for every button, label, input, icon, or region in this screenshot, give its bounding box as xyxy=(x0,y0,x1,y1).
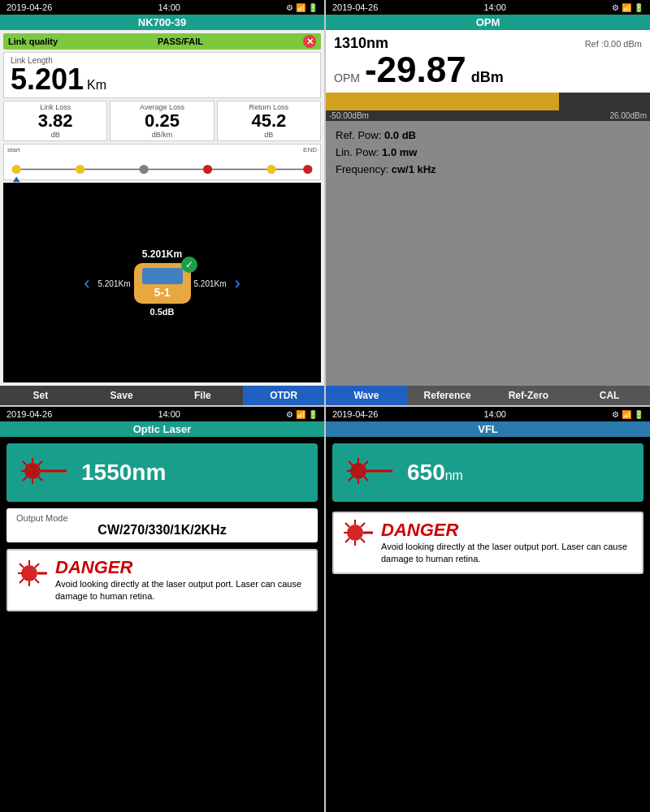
return-loss-unit: dB xyxy=(221,131,317,139)
tab-wave[interactable]: Wave xyxy=(326,386,407,405)
usb-icon: ⚙ xyxy=(286,3,293,12)
fiber-loss: 0.5dB xyxy=(150,307,175,317)
usb-icon-laser: ⚙ xyxy=(286,410,293,419)
svg-line-32 xyxy=(349,477,353,481)
signal-icon-laser: 📶 xyxy=(296,410,306,419)
opm-details: Ref. Pow: 0.0 dB Lin. Pow: 1.0 mw Freque… xyxy=(326,121,650,386)
svg-point-3 xyxy=(139,165,148,174)
fiber-diagram: 5.201Km ‹ 5.201Km ✓ 5-1 5.201Km › 0.5dB xyxy=(3,183,321,382)
screen-otdr: 2019-04-26 14:00 ⚙ 📶 🔋 NK700-39 Link qua… xyxy=(0,0,324,405)
danger-text-vfl: DANGER Avoid looking directly at the las… xyxy=(381,520,634,566)
usb-icon-opm: ⚙ xyxy=(612,3,619,12)
tab-reference[interactable]: Reference xyxy=(407,386,488,405)
svg-line-14 xyxy=(23,477,27,481)
svg-line-31 xyxy=(364,461,368,465)
link-loss-box: Link Loss 3.82 dB xyxy=(3,101,107,141)
link-quality-bar: Link quality PASS/FAIL ✕ xyxy=(3,33,321,50)
laser-output-label: Output Mode xyxy=(16,513,308,523)
svg-line-15 xyxy=(38,477,42,481)
trace-end-label: END xyxy=(303,146,317,153)
danger-icon-vfl xyxy=(342,520,375,564)
trace-labels: start END xyxy=(7,146,317,153)
opm-freq-value: cw/1 kHz xyxy=(392,163,436,175)
svg-line-40 xyxy=(361,523,365,527)
opm-bar-labels: -50.00dBm 26.00dBm xyxy=(326,110,650,121)
tab-ref-zero[interactable]: Ref-Zero xyxy=(488,386,570,405)
status-bar-laser: 2019-04-26 14:00 ⚙ 📶 🔋 xyxy=(0,407,324,421)
opm-ref-pow-label: Ref. Pow: xyxy=(336,129,381,141)
avg-loss-box: Average Loss 0.25 dB/km xyxy=(110,101,214,141)
vfl-content: 650nm DANGER Avoid looking di xyxy=(326,437,650,812)
svg-line-33 xyxy=(364,477,368,481)
trace-start-label: start xyxy=(7,146,20,153)
danger-icon-laser xyxy=(16,557,49,593)
opm-bar-max: 26.00dBm xyxy=(609,111,647,120)
battery-icon-vfl: 🔋 xyxy=(634,410,644,419)
status-date-otdr: 2019-04-26 xyxy=(6,2,52,12)
svg-point-4 xyxy=(203,165,212,174)
laser-wavelength-value: 1550nm xyxy=(81,460,166,486)
otdr-bottom-tabs: Set Save File OTDR xyxy=(0,386,324,405)
laser-icon-svg xyxy=(20,455,68,487)
link-loss-unit: dB xyxy=(7,131,103,139)
tab-cal[interactable]: CAL xyxy=(569,386,650,405)
svg-line-42 xyxy=(361,538,365,542)
svg-line-41 xyxy=(345,538,349,542)
screen-laser: 2019-04-26 14:00 ⚙ 📶 🔋 Optic Laser xyxy=(0,407,324,812)
svg-line-12 xyxy=(23,461,27,465)
fiber-connector: ✓ 5-1 xyxy=(134,263,191,304)
danger-detail-vfl: Avoid looking directly at the laser outp… xyxy=(381,541,634,566)
link-quality-value: PASS/FAIL xyxy=(158,37,203,46)
link-quality-label: Link quality xyxy=(8,37,58,46)
status-time-otdr: 14:00 xyxy=(158,2,180,12)
danger-box-vfl: DANGER Avoid looking directly at the las… xyxy=(332,512,644,574)
opm-bar-container xyxy=(326,93,650,110)
opm-ref-pow-row: Ref. Pow: 0.0 dB xyxy=(336,127,640,145)
danger-icon-svg xyxy=(16,557,49,590)
svg-line-22 xyxy=(35,564,39,568)
title-bar-vfl: VFL xyxy=(326,421,650,437)
status-time-vfl: 14:00 xyxy=(483,409,506,419)
tab-file[interactable]: File xyxy=(162,386,244,405)
fiber-right-label: 5.201Km xyxy=(194,279,227,288)
opm-reading-row: OPM -29.87 dBm xyxy=(334,52,642,88)
status-date-laser: 2019-04-26 xyxy=(6,409,52,419)
svg-line-39 xyxy=(345,523,349,527)
svg-point-1 xyxy=(12,165,21,174)
opm-content: 1310nm Ref :0.00 dBm OPM -29.87 dBm -50.… xyxy=(326,30,650,386)
opm-unit: dBm xyxy=(471,69,504,86)
opm-lin-pow-label: Lin. Pow: xyxy=(336,146,379,158)
opm-ref: Ref :0.00 dBm xyxy=(585,39,642,49)
danger-icon-svg-vfl xyxy=(342,520,375,560)
vfl-wavelength-banner: 650nm xyxy=(332,443,644,502)
status-icons-laser: ⚙ 📶 🔋 xyxy=(286,410,318,419)
opm-ref-pow-value: 0.0 dB xyxy=(384,129,416,141)
status-icons-otdr: ⚙ 📶 🔋 xyxy=(286,3,318,12)
opm-bottom-tabs: Wave Reference Ref-Zero CAL xyxy=(326,386,650,405)
opm-freq-row: Frequency: cw/1 kHz xyxy=(336,162,640,179)
tab-save[interactable]: Save xyxy=(81,386,162,405)
svg-point-5 xyxy=(266,165,275,174)
return-loss-box: Return Loss 45.2 dB xyxy=(217,101,321,141)
opm-lin-pow-row: Lin. Pow: 1.0 mw xyxy=(336,145,640,162)
svg-point-2 xyxy=(76,165,84,174)
prev-arrow[interactable]: ‹ xyxy=(79,273,94,294)
fiber-left-label: 5.201Km xyxy=(98,279,130,288)
status-time-laser: 14:00 xyxy=(158,409,180,419)
trace-area: start END xyxy=(3,144,321,180)
danger-title-laser: DANGER xyxy=(55,557,308,578)
danger-title-vfl: DANGER xyxy=(381,520,634,541)
tab-otdr[interactable]: OTDR xyxy=(243,386,324,405)
tab-set[interactable]: Set xyxy=(0,386,81,405)
close-button[interactable]: ✕ xyxy=(303,35,316,48)
next-arrow[interactable]: › xyxy=(230,273,245,294)
opm-lin-pow-value: 1.0 mw xyxy=(382,146,417,158)
opm-bar-min: -50.00dBm xyxy=(329,111,369,120)
danger-detail-laser: Avoid looking directly at the laser outp… xyxy=(55,578,308,603)
battery-icon-laser: 🔋 xyxy=(308,410,318,419)
usb-icon-vfl: ⚙ xyxy=(612,410,619,419)
status-icons-opm: ⚙ 📶 🔋 xyxy=(612,3,644,12)
otdr-content: Link quality PASS/FAIL ✕ Link Length 5.2… xyxy=(0,30,324,386)
link-length-box: Link Length 5.201 Km xyxy=(3,52,321,98)
title-bar-opm: OPM xyxy=(326,15,650,30)
